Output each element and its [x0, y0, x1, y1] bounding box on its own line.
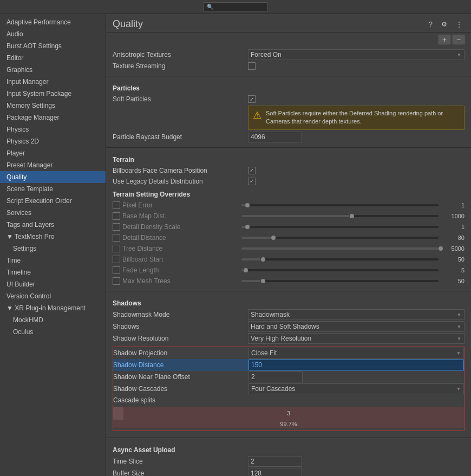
texture-streaming-checkbox[interactable]	[248, 62, 256, 70]
slider-label-6: Fade Length	[122, 266, 241, 274]
shadow-projection-dropdown[interactable]: Close Fit	[248, 348, 464, 358]
sidebar-item-16[interactable]: Services	[0, 207, 106, 219]
buffer-size-input[interactable]	[248, 468, 302, 476]
remove-button[interactable]: −	[453, 35, 465, 44]
slider-checkbox-3[interactable]	[113, 234, 120, 242]
slider-label-0: Pixel Error	[122, 201, 241, 209]
slider-track-2[interactable]	[241, 226, 439, 228]
shadow-resolution-dropdown[interactable]: Very High Resolution	[248, 333, 465, 344]
slider-thumb-2	[245, 225, 250, 229]
slider-value-3: 80	[443, 234, 465, 241]
slider-label-3: Detail Distance	[122, 234, 241, 242]
slider-value-4: 5000	[443, 245, 465, 252]
async-heading: Async Asset Upload	[113, 443, 175, 455]
slider-checkbox-1[interactable]	[113, 212, 120, 220]
slider-fill-7	[241, 280, 261, 282]
slider-fill-2	[241, 226, 245, 228]
slider-track-5[interactable]	[241, 258, 439, 260]
slider-checkbox-4[interactable]	[113, 245, 120, 252]
billboards-label: Billboards Face Camera Position	[113, 167, 248, 174]
sidebar-item-12[interactable]: Preset Manager	[0, 159, 106, 171]
sidebar-item-10[interactable]: Physics 2D	[0, 135, 106, 147]
sidebar-item-0[interactable]: Adaptive Performance	[0, 16, 106, 28]
slider-checkbox-7[interactable]	[113, 277, 120, 285]
sidebar-item-17[interactable]: Tags and Layers	[0, 219, 106, 231]
cascade-bar-pct: 99.7%	[113, 420, 464, 428]
slider-fill-0	[241, 204, 245, 206]
slider-track-3[interactable]	[241, 237, 439, 239]
divider-4	[106, 438, 471, 438]
sidebar-item-3[interactable]: Editor	[0, 52, 106, 64]
sidebar-item-2[interactable]: Burst AOT Settings	[0, 40, 106, 52]
menu-button[interactable]: ⋮	[454, 19, 465, 29]
sidebar-item-25[interactable]: MockHMD	[0, 314, 106, 326]
sidebar-item-22[interactable]: UI Builder	[0, 278, 106, 290]
slider-track-1[interactable]	[241, 215, 439, 217]
page-title: Quality	[113, 18, 143, 30]
sidebar-item-7[interactable]: Memory Settings	[0, 100, 106, 112]
shadowmask-dropdown[interactable]: Shadowmask	[248, 309, 465, 320]
slider-checkbox-5[interactable]	[113, 256, 120, 263]
slider-fill-3	[241, 237, 271, 239]
shadows-dropdown[interactable]: Hard and Soft Shadows	[248, 321, 465, 332]
shadow-projection-dropdown-wrap: Close Fit	[248, 348, 464, 358]
shadow-near-plane-input[interactable]	[248, 371, 303, 382]
search-box[interactable]: 🔍	[203, 2, 268, 11]
slider-checkbox-2[interactable]	[113, 223, 120, 231]
sidebar-item-19[interactable]: Settings	[0, 243, 106, 255]
billboards-checkbox[interactable]	[248, 167, 256, 174]
shadows-dropdown-wrap: Hard and Soft Shadows	[248, 321, 465, 332]
slider-track-4[interactable]	[241, 247, 439, 250]
sidebar-item-18[interactable]: ▼ TextMesh Pro	[0, 231, 106, 243]
shadow-projection-row: Shadow Projection Close Fit	[113, 347, 464, 359]
slider-row-4: Tree Distance5000	[113, 243, 465, 254]
sidebar-item-1[interactable]: Audio	[0, 28, 106, 40]
particle-raycast-input[interactable]	[248, 132, 302, 142]
particle-raycast-row: Particle Raycast Budget	[113, 131, 465, 143]
sidebar-item-20[interactable]: Time	[0, 255, 106, 266]
settings-button[interactable]: ⚙	[439, 19, 449, 29]
slider-track-0[interactable]	[241, 204, 439, 206]
slider-row-6: Fade Length5	[113, 265, 465, 276]
help-button[interactable]: ?	[427, 19, 435, 29]
slider-fill-5	[241, 258, 261, 260]
slider-checkbox-6[interactable]	[113, 266, 120, 274]
sidebar-item-13[interactable]: Quality	[0, 171, 106, 183]
use-legacy-checkbox[interactable]	[248, 178, 256, 185]
sidebar-item-23[interactable]: Version Control	[0, 290, 106, 302]
slider-label-1: Base Map Dist.	[122, 212, 241, 220]
sidebar-item-4[interactable]: Graphics	[0, 64, 106, 76]
anisotropic-dropdown[interactable]: Forced On	[248, 49, 465, 60]
slider-track-7[interactable]	[241, 280, 439, 282]
time-slice-input[interactable]	[248, 456, 302, 467]
slider-value-2: 1	[443, 224, 465, 230]
divider-1	[106, 76, 471, 76]
time-slice-row: Time Slice	[113, 455, 465, 467]
sidebar-item-21[interactable]: Timeline	[0, 266, 106, 278]
search-icon: 🔍	[207, 4, 213, 10]
add-button[interactable]: +	[439, 35, 450, 44]
sidebar-item-14[interactable]: Scene Template	[0, 183, 106, 195]
shadow-cascades-dropdown[interactable]: Four Cascades	[248, 383, 464, 394]
sidebar-item-5[interactable]: Input Manager	[0, 76, 106, 88]
sidebar-item-15[interactable]: Script Execution Order	[0, 195, 106, 207]
cascade-bar[interactable]: 3	[113, 407, 464, 420]
slider-thumb-6	[244, 268, 248, 272]
shadowmask-mode-row: Shadowmask Mode Shadowmask	[113, 309, 465, 321]
sidebar-item-24[interactable]: ▼ XR Plug-in Management	[0, 302, 106, 314]
sidebar-item-9[interactable]: Physics	[0, 123, 106, 135]
slider-checkbox-0[interactable]	[113, 201, 120, 209]
slider-track-6[interactable]	[241, 269, 439, 271]
soft-particles-checkbox[interactable]	[248, 95, 256, 103]
shadow-cascades-row: Shadow Cascades Four Cascades	[113, 383, 464, 395]
slider-value-1: 1000	[443, 213, 465, 219]
anisotropic-label: Anisotropic Textures	[113, 51, 248, 58]
slider-thumb-0	[245, 203, 250, 207]
shadow-resolution-label: Shadow Resolution	[113, 335, 248, 342]
sidebar-item-8[interactable]: Package Manager	[0, 112, 106, 123]
sidebar-item-6[interactable]: Input System Package	[0, 88, 106, 100]
slider-value-0: 1	[443, 202, 465, 208]
sidebar-item-11[interactable]: Player	[0, 147, 106, 159]
shadow-distance-input[interactable]	[248, 360, 464, 370]
sidebar-item-26[interactable]: Oculus	[0, 326, 106, 338]
